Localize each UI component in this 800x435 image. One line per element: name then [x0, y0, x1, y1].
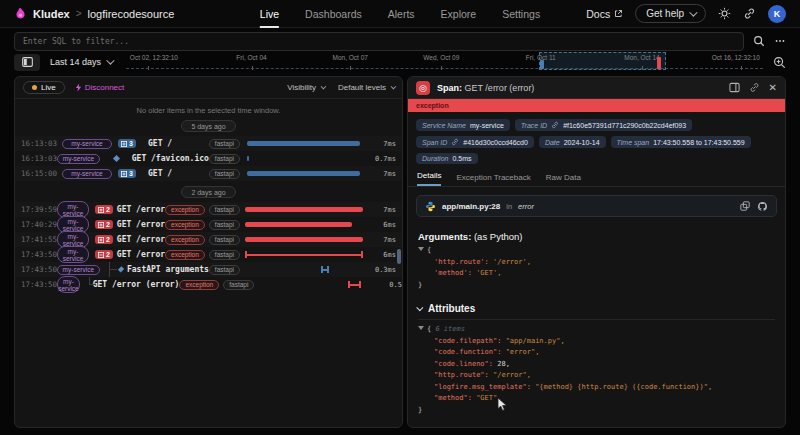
sql-filter-row [14, 31, 786, 51]
expand-children-badge[interactable]: 2 [95, 205, 113, 214]
theme-toggle-icon[interactable] [718, 7, 731, 20]
copy-icon[interactable] [740, 201, 750, 211]
row-timestamp: 17:40:29 [21, 220, 57, 229]
child-count: 2 [106, 236, 110, 243]
visibility-label: Visibility [287, 83, 316, 92]
tab-raw-data[interactable]: Raw Data [546, 173, 581, 186]
exception-tag[interactable]: exception [165, 250, 205, 260]
trace-row-child[interactable]: 17:43:50 my-service GET /error (error) e… [15, 277, 402, 292]
exception-tag[interactable]: exception [165, 235, 205, 245]
expand-children-badge[interactable]: 2 [95, 220, 113, 229]
sidebar-toggle-button[interactable] [14, 54, 40, 71]
expand-children-badge[interactable]: 3 [118, 169, 136, 178]
collapse-caret-icon[interactable] [418, 247, 424, 251]
link-icon[interactable] [451, 138, 459, 146]
fastapi-tag[interactable]: fastapi [209, 250, 240, 260]
child-count: 2 [106, 221, 110, 228]
scrollbar-thumb[interactable] [397, 249, 401, 264]
exception-tag[interactable]: exception [179, 280, 219, 290]
trace-row[interactable]: 17:40:29 my-service 2 GET /error excepti… [15, 217, 402, 232]
service-tag[interactable]: my-service [57, 246, 89, 263]
service-tag[interactable]: my-service [62, 169, 112, 179]
meta-label: Trace ID [521, 122, 547, 129]
link-icon[interactable] [551, 121, 559, 129]
share-link-icon[interactable] [743, 7, 756, 20]
time-range-label: Last 14 days [50, 57, 101, 67]
fastapi-tag[interactable]: fastapi [209, 139, 240, 149]
timeline-chart[interactable]: Oct 02, 12:32:10 Fri, Oct 04 Mon, Oct 07… [126, 52, 763, 72]
tab-dashboards[interactable]: Dashboards [305, 0, 362, 28]
copy-link-icon[interactable] [749, 82, 760, 93]
attributes-heading[interactable]: Attributes [418, 303, 775, 314]
service-tag[interactable]: my-service [62, 139, 112, 149]
fastapi-tag[interactable]: fastapi [209, 169, 240, 179]
span-name: GET /error [117, 220, 165, 229]
trace-row[interactable]: 16:13:03 my-service GET /favicon.ico fas… [15, 151, 402, 166]
trace-row[interactable]: 16:13:03 my-service 3 GET / fastapi 7ms [15, 136, 402, 151]
empty-window-message: No older items in the selected time wind… [15, 106, 402, 115]
visibility-dropdown[interactable]: Visibility [287, 83, 324, 92]
exception-tag[interactable]: exception [165, 220, 205, 230]
duration-bar-zone [245, 202, 367, 217]
collapse-caret-icon[interactable] [418, 326, 424, 330]
reader-view-icon[interactable] [729, 82, 740, 93]
zoom-in-icon[interactable] [773, 56, 786, 69]
code-in-word: in [506, 202, 512, 211]
levels-dropdown[interactable]: Default levels [338, 83, 394, 92]
tick-mark [741, 66, 742, 70]
service-tag[interactable]: my-service [57, 265, 99, 275]
trace-row[interactable]: 16:15:00 my-service 3 GET / fastapi 7ms [15, 166, 402, 181]
fastapi-tag[interactable]: fastapi [209, 205, 240, 215]
fastapi-tag[interactable]: fastapi [209, 154, 240, 164]
span-name: GET /error [117, 250, 165, 259]
tab-explore[interactable]: Explore [441, 0, 477, 28]
breadcrumb-project[interactable]: logfirecodesource [88, 8, 175, 20]
attr-key: "method": [434, 394, 472, 402]
meta-value: 0.5ms [452, 155, 471, 162]
tick-mark [148, 66, 149, 70]
collapse-children-badge[interactable]: 2 [95, 250, 113, 259]
service-tag[interactable]: my-service [57, 276, 80, 293]
trace-row-child[interactable]: 17:43:50 my-service FastAPI arguments fa… [15, 262, 402, 277]
fastapi-tag[interactable]: fastapi [209, 235, 240, 245]
live-toggle[interactable]: Live [23, 81, 65, 94]
trace-row[interactable]: 17:43:50 my-service 2 GET /error excepti… [15, 247, 402, 262]
fastapi-tag[interactable]: fastapi [209, 265, 240, 275]
docs-link[interactable]: Docs [586, 8, 623, 20]
breadcrumb-org[interactable]: Kludex [33, 8, 70, 20]
attr-key: "logfire.msg_template": [434, 383, 531, 391]
user-avatar[interactable]: K [768, 5, 786, 23]
more-options-icon[interactable] [774, 35, 786, 47]
close-icon[interactable]: ✕ [769, 83, 777, 93]
tab-details[interactable]: Details [417, 171, 441, 186]
fastapi-tag[interactable]: fastapi [223, 280, 254, 290]
search-icon[interactable] [753, 35, 765, 47]
span-meta: Service Name my-service Trace ID #f1c60e… [408, 112, 785, 169]
disconnect-button[interactable]: Disconnect [75, 83, 125, 92]
time-range-button[interactable]: Last 14 days [50, 57, 112, 67]
tab-settings[interactable]: Settings [502, 0, 540, 28]
trace-row[interactable]: 17:41:55 my-service 2 GET /error excepti… [15, 232, 402, 247]
sql-filter-input[interactable] [14, 32, 744, 51]
span-name: GET /favicon.ico [132, 154, 209, 163]
duration-bar [245, 207, 363, 212]
expand-children-badge[interactable]: 3 [118, 139, 136, 148]
exception-tag[interactable]: exception [165, 205, 205, 215]
meta-value: my-service [470, 122, 504, 129]
service-tag[interactable]: my-service [57, 154, 100, 164]
github-icon[interactable] [757, 201, 768, 212]
expand-children-badge[interactable]: 2 [95, 235, 113, 244]
tab-alerts[interactable]: Alerts [388, 0, 415, 28]
tab-live[interactable]: Live [260, 0, 279, 28]
fastapi-tag[interactable]: fastapi [209, 220, 240, 230]
attributes-heading-label: Attributes [428, 303, 475, 314]
row-timestamp: 16:13:03 [21, 139, 62, 148]
chevron-down-icon [416, 304, 423, 311]
tab-exception-traceback[interactable]: Exception Traceback [456, 173, 530, 186]
get-help-button[interactable]: Get help [635, 4, 706, 23]
trace-row[interactable]: 17:39:59 my-service 2 GET /error excepti… [15, 202, 402, 217]
code-file-path[interactable]: app/main.py:28 [442, 202, 500, 211]
brace-open: { [427, 246, 431, 254]
timeline-selection[interactable] [539, 52, 666, 70]
attr-key: "http.route": [434, 371, 489, 379]
